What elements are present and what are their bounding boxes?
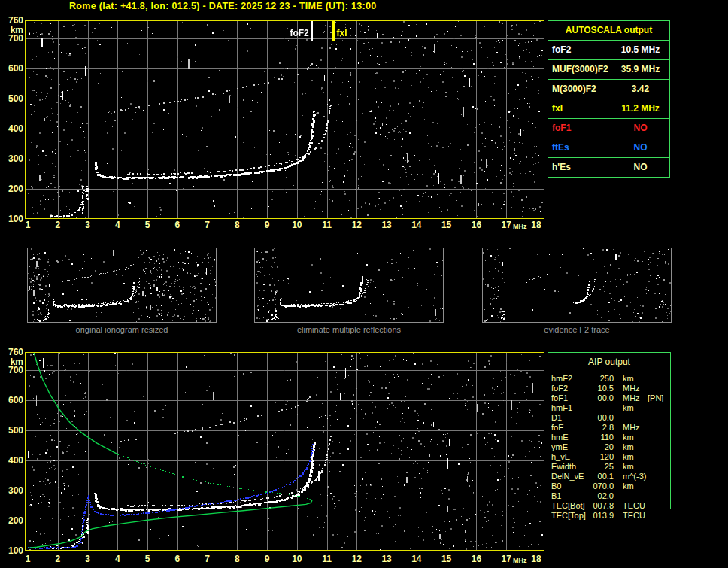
aip-row-label: hmF1 xyxy=(551,403,572,413)
y-axis-tick-label: 300 xyxy=(1,153,23,164)
autoscala-row-label: fxI xyxy=(548,99,611,118)
y-axis-tick-label: 100 xyxy=(1,545,23,556)
x-axis-tick-label: 14 xyxy=(411,220,421,230)
aip-row-unit: km xyxy=(623,462,634,472)
aip-row-value: 25 xyxy=(578,462,614,472)
aip-row-foe: foE2.8MHz xyxy=(548,423,675,433)
aip-row-value: 013.9 xyxy=(578,511,614,521)
aip-row-unit: km xyxy=(623,374,634,384)
y-axis-tick-label: 700 xyxy=(1,365,23,375)
aip-row-unit: MHz xyxy=(623,423,640,433)
autoscala-row-fxi: fxI11.2 MHz xyxy=(548,99,669,119)
x-axis-tick-label: 10 xyxy=(292,554,302,564)
y-axis-tick-label: 760 xyxy=(1,15,23,26)
aip-row-unit: km xyxy=(623,452,634,462)
aip-row-unit: TECU xyxy=(623,511,645,521)
autoscala-row-label: ftEs xyxy=(548,138,611,157)
autoscala-row-value: 10.5 MHz xyxy=(611,41,669,59)
thumbnail-caption-evidence: evidence F2 trace xyxy=(482,325,672,334)
aip-row-unit: MHz xyxy=(623,393,640,403)
y-axis-tick-label: 600 xyxy=(1,395,23,405)
autoscala-output-table: AUTOSCALA output foF210.5 MHzMUF(3000)F2… xyxy=(548,20,670,178)
autoscala-row-value: NO xyxy=(611,119,669,138)
marker-label-fxi: fxI xyxy=(337,28,347,38)
aip-row-hmf1: hmF1---km xyxy=(548,403,675,413)
x-axis-tick-label: 16 xyxy=(472,554,481,564)
autoscala-row-label: foF2 xyxy=(548,41,611,59)
aip-row-label: D1 xyxy=(551,413,562,423)
aip-row-value: 00.0 xyxy=(578,413,614,423)
autoscala-row-value: 11.2 MHz xyxy=(611,99,669,118)
autoscala-row-label: M(3000)F2 xyxy=(548,80,611,99)
x-axis-tick-label: 12 xyxy=(352,554,362,564)
x-axis-tick-label: 4 xyxy=(115,220,120,230)
x-axis-tick-label: 9 xyxy=(265,554,270,564)
x-axis-tick-label: 3 xyxy=(85,220,90,230)
aip-row-unit: MHz xyxy=(623,384,640,393)
x-axis-tick-label: 8 xyxy=(235,554,240,564)
aip-row-value: 007.8 xyxy=(578,501,614,511)
y-axis-tick-label: 500 xyxy=(1,425,23,436)
autoscala-row-m(3000)f2: M(3000)F23.42 xyxy=(548,80,669,99)
x-axis-tick-label: 15 xyxy=(441,554,451,564)
y-axis-tick-label: 100 xyxy=(1,214,23,224)
y-axis-tick-label: 400 xyxy=(1,123,23,134)
x-axis-tick-label: 13 xyxy=(381,220,391,230)
aip-row-fof1: foF100.0MHz[PN] xyxy=(548,393,675,403)
x-axis-unit-label: MHz xyxy=(513,223,527,230)
aip-row-label: foF2 xyxy=(551,384,568,393)
x-axis-tick-label: 18 xyxy=(531,220,541,230)
x-axis-tick-label: 1 xyxy=(26,220,31,230)
autoscala-table-rows: foF210.5 MHzMUF(3000)F235.9 MHzM(3000)F2… xyxy=(548,41,669,177)
y-axis-tick-label: 200 xyxy=(1,515,23,526)
aip-row-value: 02.0 xyxy=(578,491,614,501)
aip-row-yme: ymE20km xyxy=(548,442,675,452)
autoscala-row-muf(3000)f2: MUF(3000)F235.9 MHz xyxy=(548,60,669,80)
aip-row-value: 00.1 xyxy=(578,472,614,481)
aip-row-fof2: foF210.5MHz xyxy=(548,384,675,393)
x-axis-tick-label: 5 xyxy=(145,554,150,564)
aip-row-label: h_vE xyxy=(551,452,570,462)
x-axis-tick-label: 5 xyxy=(145,220,150,230)
x-axis-tick-label: 17 xyxy=(501,554,511,564)
aip-row-value: 10.5 xyxy=(578,384,614,393)
aip-row-hme: hmE110km xyxy=(548,433,675,442)
aip-row-ewidth: Ewidth25km xyxy=(548,462,675,472)
aip-row-unit: km xyxy=(623,403,634,413)
aip-row-tec[top]: TEC[Top]013.9TECU xyxy=(548,511,675,521)
aip-row-unit: km xyxy=(623,433,634,442)
autoscala-table-title: AUTOSCALA output xyxy=(548,21,669,41)
aip-row-label: ymE xyxy=(551,442,568,452)
thumbnail-eliminate-reflections xyxy=(254,248,444,323)
window-title: Rome (lat: +41.8, lon: 012.5) - DATE: 20… xyxy=(69,1,377,11)
aip-row-b1: B102.0 xyxy=(548,491,675,501)
y-axis-tick-label: 200 xyxy=(1,184,23,194)
x-axis-tick-label: 4 xyxy=(115,554,120,564)
aip-row-value: 120 xyxy=(578,452,614,462)
autoscala-row-fof2: foF210.5 MHz xyxy=(548,41,669,60)
x-axis-tick-label: 17 xyxy=(501,220,511,230)
x-axis-tick-label: 11 xyxy=(322,220,332,230)
autoscala-row-ftes: ftEsNO xyxy=(548,138,669,158)
y-axis-tick-label: 600 xyxy=(1,63,23,74)
aip-row-unit: km xyxy=(623,442,634,452)
top-ionogram-canvas xyxy=(25,20,544,219)
aip-row-value: 110 xyxy=(578,433,614,442)
thumbnail-original-ionogram xyxy=(27,248,217,323)
aip-row-d1: D100.0 xyxy=(548,413,675,423)
y-axis-tick-label: 500 xyxy=(1,93,23,104)
aip-row-label: foF1 xyxy=(551,393,568,403)
x-axis-unit-label: MHz xyxy=(513,557,527,564)
thumbnail-evidence-f2-trace xyxy=(482,248,672,323)
x-axis-tick-label: 13 xyxy=(381,554,391,564)
marker-label-fof2: foF2 xyxy=(290,28,308,38)
aip-row-value: 250 xyxy=(578,374,614,384)
aip-row-tec[bot]: TEC[Bot]007.8TECU xyxy=(548,501,675,511)
x-axis-tick-label: 10 xyxy=(292,220,302,230)
autoscala-row-label: h'Es xyxy=(548,158,611,177)
autoscala-row-value: 3.42 xyxy=(611,80,669,99)
x-axis-tick-label: 7 xyxy=(205,554,210,564)
aip-row-label: B0 xyxy=(551,481,561,491)
x-axis-tick-label: 18 xyxy=(531,554,541,564)
aip-row-unit: km xyxy=(623,481,634,491)
